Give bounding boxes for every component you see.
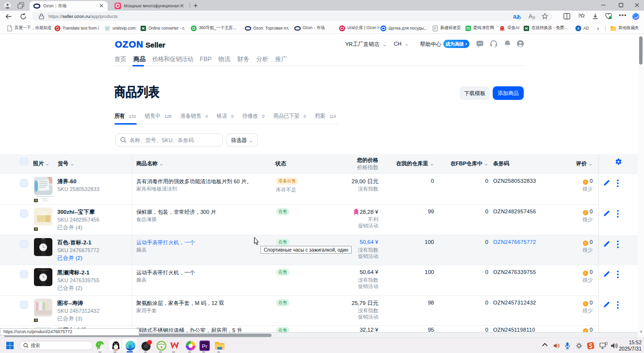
svg-text:Pr: Pr <box>202 343 208 349</box>
svg-text:纯: 纯 <box>467 26 470 31</box>
svg-text:A: A <box>577 27 580 30</box>
